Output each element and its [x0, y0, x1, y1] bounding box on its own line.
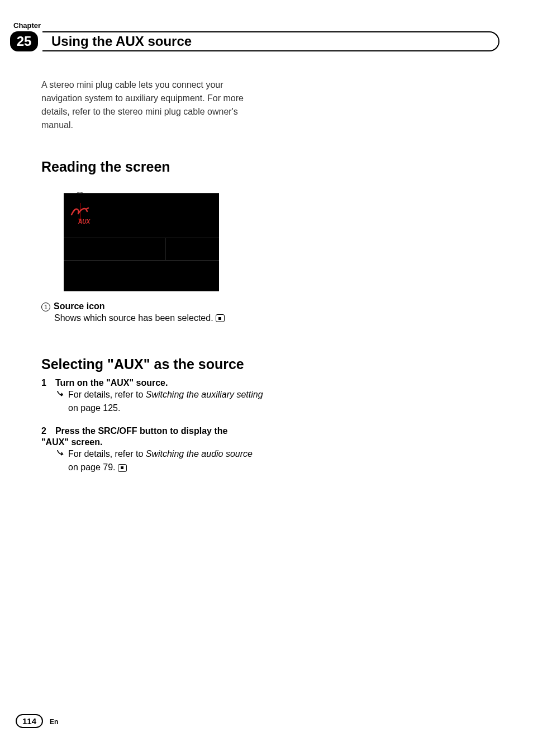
chapter-title-container: Using the AUX source: [42, 31, 499, 51]
screenshot-mid-left: [64, 238, 166, 260]
aux-icon-label: AUX: [78, 219, 90, 225]
screenshot-callout-area: 1 AUX: [64, 193, 265, 291]
step-2: 2 Press the SRC/OFF button to display th…: [41, 426, 265, 447]
callout-marker: 1: [75, 192, 85, 202]
device-screenshot: AUX: [64, 193, 219, 291]
heading-text-post: " as the source: [144, 356, 244, 372]
page-number: 114: [16, 714, 43, 728]
step1-detail-post: on page 125.: [68, 403, 120, 413]
step-2-number: 2: [41, 426, 46, 436]
heading-text-pre: Selecting ": [41, 356, 114, 372]
screenshot-legend: 1 Source icon Shows which source has bee…: [41, 301, 265, 325]
chapter-number-badge: 25: [10, 31, 38, 51]
step-2-title-line2: "AUX" screen.: [41, 437, 265, 447]
heading-text-aux: AUX: [114, 356, 144, 372]
section-end-icon: [118, 464, 127, 472]
legend-number: 1: [41, 303, 50, 311]
step1-detail-pre: For details, refer to: [68, 390, 146, 399]
step-1-number: 1: [41, 378, 46, 388]
screenshot-bottom-band: [64, 260, 219, 291]
step1-detail-ref: Switching the auxiliary setting: [146, 390, 263, 399]
screenshot-top-band: AUX: [64, 193, 219, 238]
screenshot-mid-band: [64, 238, 219, 260]
section-end-icon: [216, 314, 225, 322]
step2-detail-post: on page 79.: [68, 462, 116, 472]
legend-title: Source icon: [54, 301, 105, 311]
aux-source-icon: AUX: [70, 205, 95, 227]
chapter-title: Using the AUX source: [51, 34, 192, 49]
section-heading-reading: Reading the screen: [41, 159, 265, 175]
chapter-header: 25 Using the AUX source: [10, 31, 499, 51]
legend-description: Shows which source has been selected.: [54, 311, 213, 325]
step-1-detail: For details, refer to Switching the auxi…: [68, 388, 265, 415]
chapter-label: Chapter: [13, 21, 41, 30]
step-1-title: Turn on the "AUX" source.: [55, 378, 168, 388]
reference-arrow-icon: [57, 450, 65, 456]
step-2-title-line1: Press the SRC/OFF button to display the: [55, 426, 227, 436]
page-footer: 114 En: [16, 714, 58, 728]
step-2-detail: For details, refer to Switching the audi…: [68, 447, 265, 474]
page-language: En: [50, 718, 58, 726]
step2-detail-ref: Switching the audio source: [146, 449, 253, 459]
step2-detail-pre: For details, refer to: [68, 449, 146, 459]
intro-paragraph: A stereo mini plug cable lets you connec…: [41, 78, 265, 132]
step-1: 1 Turn on the "AUX" source. For details,…: [41, 378, 265, 415]
section-heading-selecting: Selecting "AUX" as the source: [41, 356, 265, 372]
reference-arrow-icon: [57, 390, 65, 397]
